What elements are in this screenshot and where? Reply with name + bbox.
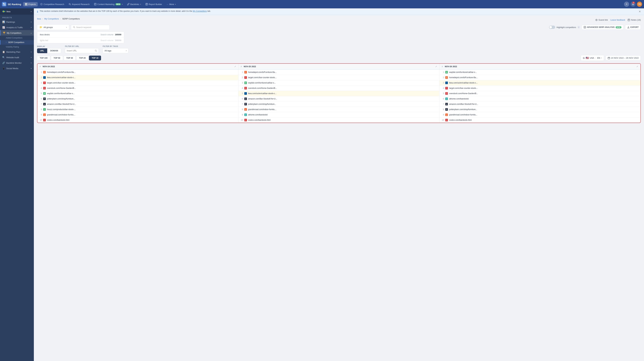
row-url[interactable]: wayfair.com/furniture/cat/bar-s... — [47, 92, 236, 94]
row-url[interactable]: potterybarn.com/shop/furniture... — [47, 98, 236, 100]
row-url[interactable]: potterybarn.com/shop/furniture... — [449, 108, 638, 110]
table-row[interactable]: 7 P potterybarn.com/shop/furniture... — [238, 102, 440, 107]
row-url[interactable]: grandinroad.com/indoor-furnitu... — [449, 114, 638, 116]
table-row[interactable]: 10 C costco.com/barstools.html — [440, 118, 640, 123]
sidebar-item-my-competitors[interactable]: 🏆 My Competitors ▴ — [0, 30, 34, 36]
project-selector[interactable]: 🇸🇪 Ikea ▾ — [0, 8, 34, 15]
sidebar-item-social-media[interactable]: 📱 Social Media ▾ — [0, 66, 34, 71]
info-close-button[interactable]: ✕ — [639, 10, 641, 13]
table-row[interactable]: 4 O overstock.com/Home-Garden/B... — [238, 86, 440, 91]
row-url[interactable]: target.com/c/bar-counter-stools... — [449, 87, 638, 89]
breadcrumb-ikea[interactable]: Ikea — [37, 18, 41, 20]
table-row[interactable]: 9 g grandinroad.com/indoor-furnitu... — [38, 112, 238, 118]
table-row[interactable]: 6 a athome.com/barstools/ — [440, 96, 640, 102]
table-row[interactable]: 7 a amazon.com/Bar-Stools/b?ie=U... — [38, 102, 238, 107]
table-row[interactable]: 9 g grandinroad.com/indoor-furnitu... — [440, 112, 640, 118]
row-url[interactable]: ikea.com/us/en/cat/bar-stools-c... — [47, 76, 236, 79]
search-keyword-input[interactable]: Search keyword — [71, 25, 110, 30]
row-url[interactable]: target.com/c/bar-counter-stools... — [47, 82, 236, 84]
table-row[interactable]: 4 O overstock.com/Home-Garden/B... — [38, 86, 238, 91]
advanced-serp-button[interactable]: ADVANCED SERP ANALYSIS New — [582, 25, 624, 30]
table-row[interactable]: 8 h houzz.com/products/bar-stools-... — [38, 107, 238, 112]
tab-top10[interactable]: TOP 10 — [89, 56, 101, 60]
highlight-toggle[interactable] — [549, 26, 555, 29]
table-row[interactable]: 6 a amazon.com/Bar-Stools/b?ie=U... — [238, 96, 440, 102]
breadcrumb-my-competitors[interactable]: My Competitors — [44, 18, 59, 20]
table-row[interactable]: 3 T target.com/c/bar-counter-stools... — [38, 80, 238, 86]
display-url-btn[interactable]: URL — [37, 48, 47, 53]
row-url[interactable]: target.com/c/bar-counter-stools... — [248, 76, 438, 79]
row-url[interactable]: grandinroad.com/indoor-furnitu... — [248, 108, 438, 110]
sidebar-item-analytics[interactable]: 📈 Analytics & Traffic ▾ — [0, 25, 34, 30]
guest-link-button[interactable]: Guest link — [595, 19, 608, 21]
row-url[interactable]: wayfair.com/furniture/cat/bar-s... — [248, 82, 438, 84]
row-url[interactable]: overstock.com/Home-Garden/B... — [248, 87, 438, 89]
row-url[interactable]: houzz.com/products/bar-stools-... — [47, 108, 236, 110]
table-row[interactable]: 10 C costco.com/barstools.html — [38, 118, 238, 123]
row-url[interactable]: overstock.com/Home-Garden/B... — [449, 92, 638, 94]
tab-top100[interactable]: TOP 100 — [37, 56, 50, 60]
table-row[interactable]: 1 W wayfair.com/furniture/cat/bar-s... — [440, 70, 640, 75]
row-url[interactable]: costco.com/barstools.html — [248, 119, 438, 121]
row-url[interactable]: ikea.com/us/en/cat/bar-stools-c... — [449, 82, 638, 84]
display-domain-btn[interactable]: DOMAIN — [47, 48, 61, 53]
filter-url-field[interactable] — [67, 50, 94, 52]
table-row[interactable]: 5 O overstock.com/Home-Garden/B... — [440, 91, 640, 96]
sidebar-item-website-audit[interactable]: 🔍 Website Audit ▾ — [0, 55, 34, 60]
filter-tags-select[interactable]: All tags ▾ — [103, 48, 128, 53]
table-row[interactable]: 8 P potterybarn.com/shop/furniture... — [440, 107, 640, 112]
row-url[interactable]: homedepot.com/b/Furniture-Ba... — [449, 76, 638, 79]
row-url[interactable]: grandinroad.com/indoor-furnitu... — [47, 114, 236, 116]
tab-top50[interactable]: TOP 50 — [51, 56, 63, 60]
row-url[interactable]: amazon.com/Bar-Stools/b?ie=U... — [248, 98, 438, 100]
table-row[interactable]: 3 I ikea.com/us/en/cat/bar-stools-c... — [440, 80, 640, 86]
row-url[interactable]: amazon.com/Bar-Stools/b?ie=U... — [449, 103, 638, 105]
sidebar-item-rankings[interactable]: 📊 Rankings ▾ — [0, 19, 34, 25]
table-row[interactable]: 1 H homedepot.com/b/Furniture-Ba... — [238, 70, 440, 75]
row-url[interactable]: costco.com/barstools.html — [47, 119, 236, 121]
sidebar-sub-visibility-rating[interactable]: Visibility Rating — [0, 45, 34, 49]
country-selector[interactable]: G 🇺🇸 USA | EN ▾ — [581, 55, 604, 61]
expand-col2-icon[interactable]: ⤢ — [435, 65, 437, 68]
all-groups-dropdown[interactable]: 📁 All groups ▾ — [37, 24, 69, 30]
table-row[interactable]: 10 C costco.com/barstools.html — [238, 118, 440, 123]
user-avatar[interactable]: YD — [637, 2, 642, 7]
table-row[interactable]: 5 I ikea.com/us/en/cat/bar-stools-c... — [238, 91, 440, 96]
sidebar-sub-serp-competitors[interactable]: SERP Competitors — [0, 40, 34, 45]
table-row[interactable]: 7 a amazon.com/Bar-Stools/b?ie=U... — [440, 102, 640, 107]
table-row[interactable]: 6 P potterybarn.com/shop/furniture... — [38, 96, 238, 102]
row-url[interactable]: potterybarn.com/shop/furniture... — [248, 103, 438, 105]
expand-col1-icon[interactable]: ⤢ — [234, 65, 236, 68]
export-button[interactable]: EXPORT — [625, 25, 641, 30]
highlight-info-icon[interactable]: i — [578, 26, 580, 28]
tab-top30[interactable]: TOP 30 — [64, 56, 76, 60]
sidebar-sub-added-competitors[interactable]: Added Competitors — [0, 36, 34, 40]
leave-feedback-link[interactable]: Leave feedback — [610, 19, 625, 21]
app-logo[interactable]: SE Ranking — [2, 2, 21, 6]
row-url[interactable]: costco.com/barstools.html — [449, 119, 638, 121]
nav-content-marketing[interactable]: Content Marketing NEW ▾ — [92, 2, 124, 6]
table-row[interactable]: 2 I ikea.com/us/en/cat/bar-stools-c... — [38, 75, 238, 80]
row-url[interactable]: athome.com/barstools/ — [248, 114, 438, 116]
nav-report-builder[interactable]: Report Builder — [144, 2, 164, 6]
nav-competitive-research[interactable]: Competitive Research — [38, 2, 66, 6]
table-row[interactable]: 4 T target.com/c/bar-counter-stools... — [440, 86, 640, 91]
info-link[interactable]: My Competitors — [193, 10, 207, 12]
row-url[interactable]: homedepot.com/b/Furniture-Ba... — [248, 71, 438, 73]
nav-projects[interactable]: Projects — [23, 2, 38, 6]
table-row[interactable]: 1 H homedepot.com/b/Furniture-Ba... — [38, 70, 238, 75]
row-url[interactable]: overstock.com/Home-Garden/B... — [47, 87, 236, 89]
row-url[interactable]: amazon.com/Bar-Stools/b?ie=U... — [47, 103, 236, 105]
nav-more[interactable]: ··· More ▾ — [165, 2, 178, 6]
table-row[interactable]: 2 T target.com/c/bar-counter-stools... — [238, 75, 440, 80]
nav-backlinks[interactable]: Backlinks ▾ — [125, 2, 143, 6]
nav-keyword-research[interactable]: Keyword Research — [67, 2, 92, 6]
notes-button[interactable]: Notes (18) — [628, 19, 641, 21]
table-row[interactable]: 9 a athome.com/barstools/ — [238, 112, 440, 118]
keyword-row-1[interactable]: lights led Search volume 368000 — [37, 38, 124, 43]
row-url[interactable]: homedepot.com/b/Furniture-Ba... — [47, 71, 236, 73]
sidebar-item-backlink-monitor[interactable]: 🔗 Backlink Monitor ▾ — [0, 60, 34, 66]
table-row[interactable]: 3 W wayfair.com/furniture/cat/bar-s... — [238, 80, 440, 86]
table-row[interactable]: 5 W wayfair.com/furniture/cat/bar-s... — [38, 91, 238, 96]
row-url[interactable]: wayfair.com/furniture/cat/bar-s... — [449, 71, 638, 73]
